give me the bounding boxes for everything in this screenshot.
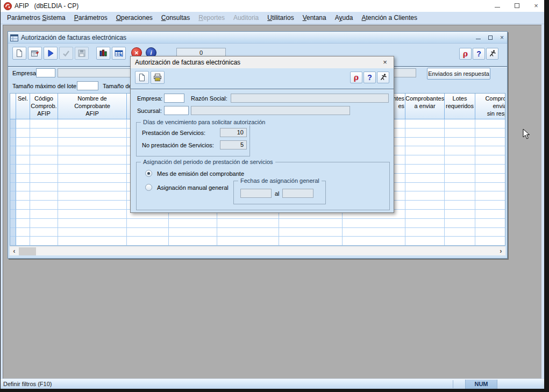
child-close-button[interactable]: × [500,32,504,44]
table-cell[interactable] [58,201,127,210]
empresa-code-input[interactable] [36,68,55,77]
menu-item-consultas[interactable]: Consultas [157,12,194,24]
table-cell[interactable] [445,219,475,228]
dialog-print-button[interactable] [151,71,165,84]
table-cell[interactable] [445,119,475,129]
table-cell[interactable] [405,155,445,165]
table-cell[interactable] [16,155,30,165]
table-cell[interactable] [405,174,445,183]
radio-mes-emision[interactable] [145,170,152,177]
table-cell[interactable] [127,219,169,228]
table-cell[interactable] [475,138,505,147]
table-cell[interactable] [30,174,58,183]
table-cell[interactable] [16,129,30,138]
radio-asignacion-manual-label[interactable]: Asignación manual general [157,184,229,191]
row-indicator-cell[interactable] [10,138,16,147]
table-cell[interactable] [445,183,475,192]
dialog-empresa-input[interactable] [164,94,184,103]
table-cell[interactable] [58,183,127,192]
dialog-close-button[interactable]: × [376,56,394,68]
row-indicator-cell[interactable] [10,219,16,228]
table-row[interactable] [10,237,505,246]
dialog-title-bar[interactable]: Autorización de facturas electrónicas × [131,56,394,68]
table-cell[interactable] [58,155,127,165]
row-indicator-cell[interactable] [10,146,16,155]
table-cell[interactable] [475,219,505,228]
app-maximize-button[interactable] [513,0,521,12]
table-cell[interactable] [475,183,505,192]
table-cell[interactable] [445,146,475,155]
table-cell[interactable] [16,219,30,228]
table-cell[interactable] [279,237,343,246]
table-cell[interactable] [16,146,30,155]
help-button[interactable]: ? [473,48,485,60]
row-indicator-cell[interactable] [10,165,16,174]
table-cell[interactable] [343,228,405,237]
child-minimize-button[interactable] [476,32,481,44]
table-cell[interactable] [445,174,475,183]
table-cell[interactable] [405,183,445,192]
table-cell[interactable] [475,201,505,210]
row-indicator-cell[interactable] [10,119,16,129]
menu-item-utilitarios[interactable]: Utilitarios [263,12,298,24]
table-cell[interactable] [445,138,475,147]
scroll-left-button[interactable]: ‹ [10,247,19,256]
table-cell[interactable] [445,165,475,174]
table-cell[interactable] [475,174,505,183]
menu-item-ayuda[interactable]: Ayuda [331,12,358,24]
table-cell[interactable] [169,228,217,237]
rho-tool-button[interactable]: ρ [459,48,472,60]
table-cell[interactable] [30,146,58,155]
table-cell[interactable] [30,155,58,165]
dialog-new-button[interactable] [135,71,149,84]
app-title-bar[interactable]: AFIP (dbELDIA - CP) × [1,0,544,12]
table-cell[interactable] [217,228,279,237]
row-indicator-cell[interactable] [10,174,16,183]
table-cell[interactable] [58,146,127,155]
table-cell[interactable] [30,138,58,147]
scrollbar-thumb[interactable] [19,247,36,255]
table-cell[interactable] [445,228,475,237]
table-cell[interactable] [127,228,169,237]
table-cell[interactable] [58,129,127,138]
table-cell[interactable] [405,129,445,138]
app-close-button[interactable]: × [532,0,540,12]
table-cell[interactable] [58,219,127,228]
table-cell[interactable] [30,201,58,210]
table-cell[interactable] [475,146,505,155]
table-cell[interactable] [30,228,58,237]
row-indicator-cell[interactable] [10,155,16,165]
table-cell[interactable] [475,237,505,246]
table-cell[interactable] [279,219,343,228]
table-cell[interactable] [475,228,505,237]
table-cell[interactable] [16,119,30,129]
table-cell[interactable] [30,237,58,246]
child-title-bar[interactable]: Autorización de facturas electrónicas × [8,32,507,44]
table-cell[interactable] [16,174,30,183]
table-cell[interactable] [58,228,127,237]
run-button[interactable] [44,47,58,60]
child-maximize-button[interactable] [488,32,493,44]
menu-item-atenci-n-a-clientes[interactable]: Atención a Clientes [358,12,422,24]
table-cell[interactable] [58,237,127,246]
table-cell[interactable] [127,237,169,246]
table-cell[interactable] [30,219,58,228]
table-cell[interactable] [475,165,505,174]
scroll-right-button[interactable]: › [496,247,505,256]
table-cell[interactable] [475,210,505,219]
table-cell[interactable] [16,201,30,210]
table-cell[interactable] [16,183,30,192]
app-minimize-button[interactable] [494,0,501,12]
table-cell[interactable] [475,119,505,129]
grid-view-button[interactable] [112,47,126,60]
table-cell[interactable] [16,210,30,219]
table-cell[interactable] [16,165,30,174]
exit-button[interactable] [486,48,498,60]
table-cell[interactable] [58,210,127,219]
batch-columns-button[interactable] [96,47,110,60]
lote-max-input[interactable] [77,81,98,90]
row-indicator-cell[interactable] [10,210,16,219]
table-cell[interactable] [16,228,30,237]
menu-item-par-metros[interactable]: Parámetros [70,12,112,24]
table-cell[interactable] [445,155,475,165]
